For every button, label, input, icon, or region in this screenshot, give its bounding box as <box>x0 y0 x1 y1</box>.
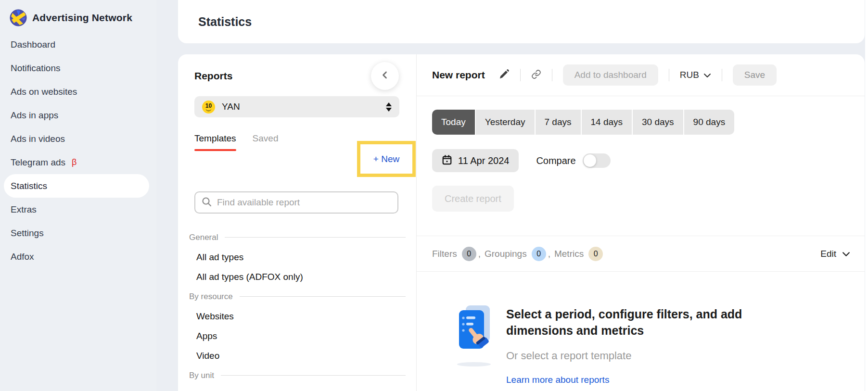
chevron-down-icon <box>842 249 850 259</box>
groupings-label[interactable]: Groupings <box>485 249 527 259</box>
chevron-left-icon <box>380 70 390 82</box>
period-7-days[interactable]: 7 days <box>536 110 581 135</box>
create-report-button[interactable]: Create report <box>432 186 514 212</box>
sidebar-item-ads-on-websites[interactable]: Ads on websites <box>0 80 156 103</box>
reports-tabs: Templates Saved <box>194 133 278 151</box>
empty-state: Select a period, configure filters, and … <box>455 304 845 385</box>
period-today[interactable]: Today <box>432 110 475 135</box>
filters-count-badge[interactable]: 0 <box>462 247 476 261</box>
period-90-days[interactable]: 90 days <box>684 110 735 135</box>
report-editor-header: New report Add to dashboard RUB <box>417 54 865 96</box>
sidebar-item-extras[interactable]: Extras <box>0 198 156 221</box>
account-name: YAN <box>222 101 240 112</box>
compare-toggle[interactable] <box>583 153 611 168</box>
reports-panel: Reports 10 YAN Templates Saved + New <box>178 54 417 391</box>
collapse-panel-button[interactable] <box>371 62 399 90</box>
edit-config-dropdown[interactable]: Edit <box>820 249 850 259</box>
link-icon <box>531 69 541 81</box>
groupings-count-badge[interactable]: 0 <box>532 247 546 261</box>
learn-more-link[interactable]: Learn more about reports <box>506 375 609 385</box>
sidebar-item-telegram-ads[interactable]: Telegram ads β <box>0 151 156 174</box>
filters-label[interactable]: Filters <box>432 249 457 259</box>
compare-label: Compare <box>536 155 575 166</box>
search-input[interactable] <box>217 197 392 208</box>
brand-name: Advertising Network <box>32 12 132 24</box>
period-segmented-control: Today Yesterday 7 days 14 days 30 days 9… <box>432 110 734 135</box>
pencil-icon <box>498 69 510 82</box>
period-30-days[interactable]: 30 days <box>633 110 683 135</box>
sidebar: Advertising Network Dashboard Notificati… <box>0 0 156 391</box>
section-header-by-resource: By resource <box>189 287 406 306</box>
empty-state-heading: Select a period, configure filters, and … <box>506 306 756 339</box>
template-list: General All ad types All ad types (ADFOX… <box>189 227 406 385</box>
beta-badge: β <box>72 157 77 167</box>
date-picker-button[interactable]: 11 Apr 2024 <box>432 149 519 172</box>
sidebar-item-notifications[interactable]: Notifications <box>0 56 156 80</box>
sidebar-item-ads-in-videos[interactable]: Ads in videos <box>0 127 156 151</box>
sidebar-item-statistics[interactable]: Statistics <box>4 174 149 198</box>
tab-templates[interactable]: Templates <box>194 133 236 151</box>
scrollbar-track[interactable] <box>865 0 868 391</box>
section-header-general: General <box>189 227 406 247</box>
sidebar-item-settings[interactable]: Settings <box>0 221 156 245</box>
brand[interactable]: Advertising Network <box>0 0 156 27</box>
section-header-by-unit: By unit <box>189 366 406 385</box>
list-item[interactable]: Apps <box>189 326 406 346</box>
sidebar-item-adfox[interactable]: Adfox <box>0 245 156 268</box>
reports-panel-title: Reports <box>194 70 232 82</box>
report-search[interactable] <box>194 191 398 214</box>
sort-arrows-icon <box>386 102 392 112</box>
page-title: Statistics <box>198 15 252 29</box>
report-illustration-icon <box>455 304 493 385</box>
report-config-summary: Filters 0 , Groupings 0 , Metrics 0 Edit <box>417 236 865 272</box>
search-icon <box>201 196 212 209</box>
page-header: Statistics <box>178 0 865 43</box>
new-report-link[interactable]: + New <box>373 154 399 164</box>
sidebar-item-dashboard[interactable]: Dashboard <box>0 33 156 56</box>
new-report-highlight-box: + New <box>357 141 416 177</box>
period-14-days[interactable]: 14 days <box>582 110 632 135</box>
add-to-dashboard-button[interactable]: Add to dashboard <box>563 64 658 86</box>
date-row: 11 Apr 2024 Compare <box>432 149 611 172</box>
content-card: Reports 10 YAN Templates Saved + New <box>178 54 865 391</box>
date-value: 11 Apr 2024 <box>458 155 509 166</box>
list-item[interactable]: All ad types (ADFOX only) <box>189 267 406 287</box>
brand-logo-icon <box>10 9 27 26</box>
currency-select[interactable]: RUB <box>680 70 711 80</box>
save-button[interactable]: Save <box>733 64 777 86</box>
chevron-down-icon <box>703 70 711 80</box>
account-badge-icon: 10 <box>202 101 215 114</box>
report-editor: New report Add to dashboard RUB <box>417 54 865 391</box>
period-yesterday[interactable]: Yesterday <box>476 110 535 135</box>
sidebar-menu: Dashboard Notifications Ads on websites … <box>0 33 156 268</box>
rename-report-button[interactable] <box>498 69 510 82</box>
empty-state-subheading: Or select a report template <box>506 350 756 362</box>
list-item[interactable]: Video <box>189 346 406 366</box>
share-link-button[interactable] <box>531 69 541 81</box>
list-item[interactable]: All ad types <box>189 247 406 267</box>
list-item[interactable]: Websites <box>189 306 406 326</box>
account-selector[interactable]: 10 YAN <box>194 96 399 117</box>
metrics-count-badge[interactable]: 0 <box>588 247 603 261</box>
metrics-label[interactable]: Metrics <box>554 249 584 259</box>
tab-saved[interactable]: Saved <box>253 133 279 151</box>
sidebar-item-ads-in-apps[interactable]: Ads in apps <box>0 103 156 127</box>
report-title: New report <box>432 69 485 81</box>
calendar-icon <box>442 154 452 167</box>
